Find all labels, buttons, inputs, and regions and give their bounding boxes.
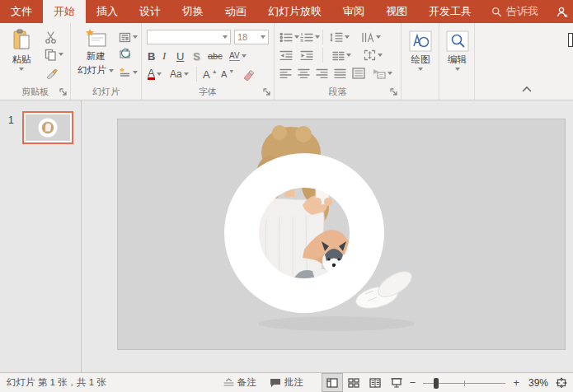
section-dropdown-caret-icon [133,71,138,74]
slide-sorter-view-button[interactable] [343,373,364,392]
underline-button[interactable]: U [176,49,184,63]
zoom-percentage[interactable]: 39% [522,377,548,389]
reading-view-button[interactable] [364,373,386,392]
tab-home[interactable]: 开始 [43,0,86,23]
change-case-glyph: Aa [170,68,182,80]
font-dialog-launcher[interactable] [262,87,272,97]
increase-indent-button[interactable] [300,48,313,63]
tab-transitions[interactable]: 切换 [171,0,214,23]
slideshow-view-button[interactable] [386,373,407,392]
drawing-label: 绘图 [411,54,430,66]
slide-editing-canvas[interactable] [82,100,573,372]
share-button[interactable]: 共享 [547,0,573,23]
numbering-caret-icon [315,35,320,39]
align-left-button[interactable] [279,66,292,81]
align-right-button[interactable] [316,66,328,81]
columns-button[interactable] [332,48,351,63]
clipboard-dialog-launcher[interactable] [59,87,68,97]
grow-font-glyph: A [203,68,210,81]
decrease-indent-button[interactable] [279,48,293,63]
italic-button[interactable]: I [162,49,166,63]
tab-slideshow[interactable]: 幻灯片放映 [257,0,332,23]
slide-1-canvas[interactable] [118,119,565,349]
new-slide-icon [84,29,107,49]
group-editing: 编辑 [439,23,475,100]
bold-button[interactable]: B [148,49,155,63]
normal-view-button[interactable] [322,373,343,392]
spacing-caret-icon [242,54,247,58]
align-text-button[interactable] [364,48,383,63]
reset-slide-button[interactable] [119,47,131,62]
text-direction-caret-icon [376,35,381,39]
align-center-button[interactable] [298,66,310,81]
zoom-in-button[interactable]: + [510,376,522,389]
slideshow-icon [391,378,402,388]
comments-toggle-button[interactable]: 批注 [263,373,310,392]
change-case-button[interactable]: Aa [170,67,189,82]
new-slide-label-line1: 新建 [87,50,106,63]
tab-file[interactable]: 文件 [0,0,43,23]
tab-review[interactable]: 审阅 [332,0,375,23]
tab-animations[interactable]: 动画 [214,0,257,23]
section-button[interactable] [119,65,138,80]
notes-toggle-button[interactable]: 备注 [217,373,263,392]
text-shadow-button[interactable]: S [193,49,200,63]
clear-formatting-eraser-icon [242,68,256,81]
group-slides: 新建 幻灯片 幻灯片 [71,23,142,100]
font-name-combobox[interactable] [147,30,231,44]
align-center-icon [298,68,310,79]
font-size-combobox[interactable]: 18 [234,30,269,44]
line-spacing-button[interactable] [329,30,350,44]
zoom-slider-thumb[interactable] [434,378,439,389]
cut-button[interactable] [45,30,58,44]
group-clipboard: 粘贴 剪贴板 [0,23,71,100]
text-direction-button[interactable] [360,30,381,44]
slide-content [118,119,565,349]
shrink-arrow-icon: ▼ [228,68,234,74]
columns-caret-icon [346,54,351,57]
numbering-button[interactable] [300,30,320,44]
justify-button[interactable] [334,66,346,81]
vertical-scrollbar-thumb[interactable] [568,33,573,47]
bullets-button[interactable] [279,30,299,44]
format-painter-icon [45,67,58,79]
collapse-ribbon-button[interactable] [522,81,532,96]
tab-view[interactable]: 视图 [375,0,418,23]
new-slide-button[interactable]: 新建 幻灯片 [76,25,115,77]
reset-icon [119,49,131,60]
paste-button[interactable]: 粘贴 [2,25,40,71]
justify-icon [334,68,346,79]
convert-smartart-button[interactable] [372,66,392,81]
font-color-button[interactable]: A [148,67,162,82]
dialog-launcher-icon [59,88,68,96]
slide-layout-button[interactable] [119,30,138,44]
drawing-menu-button[interactable]: 绘图 [406,26,434,71]
text-direction-icon [360,32,374,43]
zoom-out-button[interactable]: − [407,376,419,389]
paragraph-dialog-launcher[interactable] [389,87,399,97]
copy-button[interactable] [45,47,63,62]
format-painter-button[interactable] [45,65,58,80]
distributed-button[interactable] [352,66,365,81]
fit-slide-to-window-button[interactable] [556,377,567,388]
smartart-icon [372,68,386,79]
shrink-font-button[interactable]: A ▼ [221,67,234,82]
slide-layout-icon [119,32,131,43]
slide-thumbnail-1[interactable] [22,111,73,144]
font-color-glyph: A [148,68,155,80]
editing-menu-button[interactable]: 编辑 [444,26,471,71]
zoom-slider[interactable] [423,377,505,389]
align-text-caret-icon [378,54,383,57]
tab-developer[interactable]: 开发工具 [418,0,482,23]
tell-me-box[interactable]: 告诉我 [482,0,547,23]
copy-icon [45,49,57,61]
tab-insert[interactable]: 插入 [86,0,129,23]
drawing-icon [409,30,432,52]
section-icon [119,67,131,78]
character-spacing-button[interactable]: AV [229,49,247,63]
grow-font-button[interactable]: A ▲ [203,67,218,82]
clear-formatting-button[interactable] [242,67,256,82]
comments-label: 批注 [284,376,303,389]
tab-design[interactable]: 设计 [129,0,171,23]
strikethrough-button[interactable]: abc [208,49,223,63]
